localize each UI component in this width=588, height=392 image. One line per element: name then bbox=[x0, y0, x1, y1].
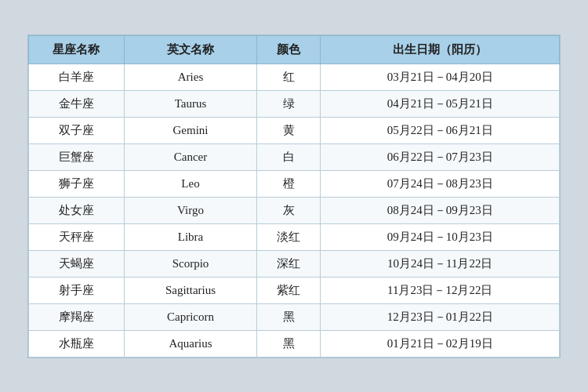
table-row: 金牛座Taurus绿04月21日－05月21日 bbox=[29, 90, 560, 117]
cell-date: 03月21日－04月20日 bbox=[321, 64, 560, 90]
zodiac-table-container: 星座名称 英文名称 颜色 出生日期（阳历） 白羊座Aries红03月21日－04… bbox=[27, 34, 561, 358]
header-english: 英文名称 bbox=[124, 35, 256, 64]
table-row: 白羊座Aries红03月21日－04月20日 bbox=[29, 64, 560, 90]
cell-date: 09月24日－10月23日 bbox=[321, 223, 560, 250]
cell-chinese: 白羊座 bbox=[29, 64, 125, 90]
cell-english: Scorpio bbox=[124, 250, 256, 277]
cell-english: Leo bbox=[124, 170, 256, 197]
cell-english: Sagittarius bbox=[124, 277, 256, 303]
cell-english: Virgo bbox=[124, 197, 256, 223]
cell-chinese: 处女座 bbox=[29, 197, 125, 223]
cell-date: 05月22日－06月21日 bbox=[321, 117, 560, 143]
table-row: 摩羯座Capricorn黑12月23日－01月22日 bbox=[29, 303, 560, 330]
cell-chinese: 摩羯座 bbox=[29, 303, 125, 330]
cell-color: 黄 bbox=[257, 117, 321, 143]
cell-color: 紫红 bbox=[257, 277, 321, 303]
cell-date: 08月24日－09月23日 bbox=[321, 197, 560, 223]
header-color: 颜色 bbox=[257, 35, 321, 64]
cell-color: 白 bbox=[257, 143, 321, 170]
cell-english: Aries bbox=[124, 64, 256, 90]
cell-english: Capricorn bbox=[124, 303, 256, 330]
cell-date: 06月22日－07月23日 bbox=[321, 143, 560, 170]
cell-date: 10月24日－11月22日 bbox=[321, 250, 560, 277]
header-date: 出生日期（阳历） bbox=[321, 35, 560, 64]
table-row: 巨蟹座Cancer白06月22日－07月23日 bbox=[29, 143, 560, 170]
cell-date: 04月21日－05月21日 bbox=[321, 90, 560, 117]
table-header-row: 星座名称 英文名称 颜色 出生日期（阳历） bbox=[29, 35, 560, 64]
table-body: 白羊座Aries红03月21日－04月20日金牛座Taurus绿04月21日－0… bbox=[29, 64, 560, 357]
cell-english: Cancer bbox=[124, 143, 256, 170]
table-row: 双子座Gemini黄05月22日－06月21日 bbox=[29, 117, 560, 143]
cell-chinese: 狮子座 bbox=[29, 170, 125, 197]
cell-english: Gemini bbox=[124, 117, 256, 143]
cell-color: 深红 bbox=[257, 250, 321, 277]
cell-chinese: 双子座 bbox=[29, 117, 125, 143]
table-row: 狮子座Leo橙07月24日－08月23日 bbox=[29, 170, 560, 197]
cell-date: 11月23日－12月22日 bbox=[321, 277, 560, 303]
cell-english: Taurus bbox=[124, 90, 256, 117]
cell-color: 淡红 bbox=[257, 223, 321, 250]
cell-color: 红 bbox=[257, 64, 321, 90]
cell-color: 绿 bbox=[257, 90, 321, 117]
cell-english: Aquarius bbox=[124, 330, 256, 357]
table-row: 天秤座Libra淡红09月24日－10月23日 bbox=[29, 223, 560, 250]
table-row: 水瓶座Aquarius黑01月21日－02月19日 bbox=[29, 330, 560, 357]
cell-date: 12月23日－01月22日 bbox=[321, 303, 560, 330]
cell-color: 灰 bbox=[257, 197, 321, 223]
cell-date: 01月21日－02月19日 bbox=[321, 330, 560, 357]
cell-color: 橙 bbox=[257, 170, 321, 197]
cell-date: 07月24日－08月23日 bbox=[321, 170, 560, 197]
cell-color: 黑 bbox=[257, 330, 321, 357]
cell-color: 黑 bbox=[257, 303, 321, 330]
cell-chinese: 射手座 bbox=[29, 277, 125, 303]
table-row: 处女座Virgo灰08月24日－09月23日 bbox=[29, 197, 560, 223]
cell-chinese: 天蝎座 bbox=[29, 250, 125, 277]
table-row: 天蝎座Scorpio深红10月24日－11月22日 bbox=[29, 250, 560, 277]
zodiac-table: 星座名称 英文名称 颜色 出生日期（阳历） 白羊座Aries红03月21日－04… bbox=[28, 35, 560, 358]
cell-english: Libra bbox=[124, 223, 256, 250]
cell-chinese: 金牛座 bbox=[29, 90, 125, 117]
cell-chinese: 巨蟹座 bbox=[29, 143, 125, 170]
cell-chinese: 水瓶座 bbox=[29, 330, 125, 357]
header-chinese: 星座名称 bbox=[29, 35, 125, 64]
cell-chinese: 天秤座 bbox=[29, 223, 125, 250]
table-row: 射手座Sagittarius紫红11月23日－12月22日 bbox=[29, 277, 560, 303]
